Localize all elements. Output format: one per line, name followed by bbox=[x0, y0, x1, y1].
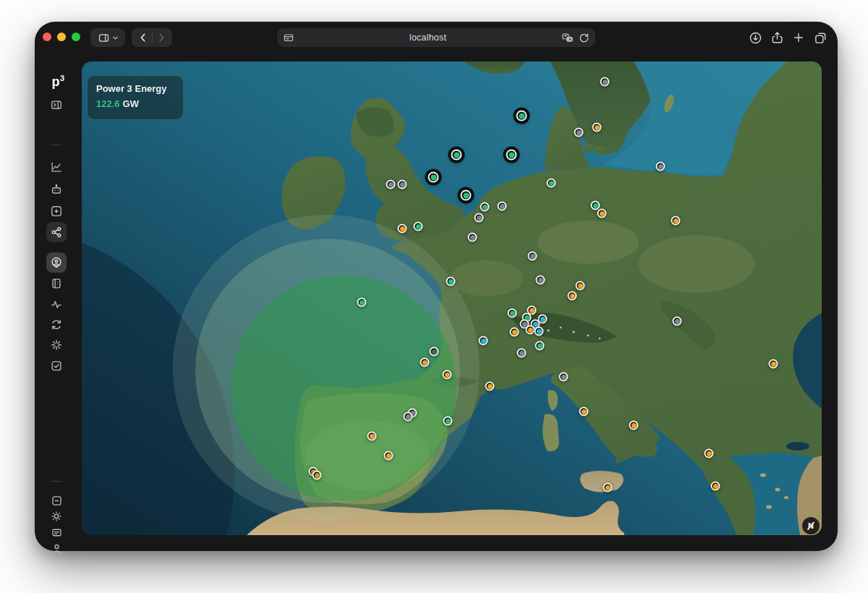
site-marker-green[interactable] bbox=[547, 179, 556, 188]
site-marker-dot bbox=[713, 484, 718, 489]
address-bar[interactable]: localhost bbox=[277, 28, 595, 47]
site-marker-dot bbox=[631, 423, 637, 428]
site-marker-dot bbox=[512, 330, 517, 335]
site-marker-dot bbox=[463, 192, 469, 198]
sidebar-item-account[interactable] bbox=[46, 538, 67, 558]
sidebar-item-notebook[interactable] bbox=[46, 273, 67, 294]
site-marker-gray[interactable] bbox=[517, 349, 527, 358]
site-marker-orange[interactable] bbox=[576, 281, 585, 291]
site-marker-green[interactable] bbox=[357, 298, 367, 307]
site-marker-dot bbox=[481, 338, 486, 344]
sidebar-item-automations[interactable] bbox=[46, 201, 67, 221]
tabs-overview-button[interactable] bbox=[812, 28, 829, 47]
sidebar-item-assistant[interactable] bbox=[46, 179, 67, 200]
reader-icon[interactable] bbox=[283, 32, 294, 43]
site-marker-cyan[interactable] bbox=[535, 327, 544, 336]
sidebar-toggle-button[interactable] bbox=[90, 28, 125, 47]
sidebar-item-refresh[interactable] bbox=[46, 315, 67, 335]
site-marker-orange[interactable] bbox=[485, 382, 495, 391]
site-marker-yellow[interactable] bbox=[312, 471, 322, 480]
site-marker-green[interactable] bbox=[446, 277, 456, 286]
site-marker-green[interactable] bbox=[461, 190, 472, 201]
line-chart-icon bbox=[50, 161, 63, 174]
site-marker-green[interactable] bbox=[516, 111, 527, 121]
site-marker-orange[interactable] bbox=[443, 370, 452, 380]
site-marker-gray[interactable] bbox=[600, 77, 610, 87]
site-marker-orange[interactable] bbox=[603, 483, 613, 492]
site-marker-green[interactable] bbox=[428, 172, 439, 183]
site-marker-orange[interactable] bbox=[769, 359, 778, 369]
site-marker-orange[interactable] bbox=[420, 358, 430, 367]
site-marker-dot bbox=[446, 419, 451, 424]
sidebar-item-solar[interactable] bbox=[46, 335, 67, 355]
close-window-button[interactable] bbox=[43, 33, 51, 41]
site-marker-orange[interactable] bbox=[629, 421, 639, 430]
capacity-unit: GW bbox=[123, 98, 139, 109]
site-marker-gray[interactable] bbox=[386, 180, 396, 189]
site-marker-orange[interactable] bbox=[671, 216, 681, 226]
site-marker-gray[interactable] bbox=[528, 252, 537, 261]
browser-titlebar: localhost bbox=[35, 22, 838, 54]
map-canvas[interactable]: Power 3 Energy 122.6GW N bbox=[82, 61, 822, 535]
site-marker-dot bbox=[537, 329, 542, 334]
site-marker-orange[interactable] bbox=[510, 328, 519, 337]
chevron-down-icon bbox=[112, 35, 119, 41]
site-marker-green[interactable] bbox=[414, 222, 423, 231]
sidebar-item-panel-toggle[interactable] bbox=[46, 95, 67, 115]
site-marker-green[interactable] bbox=[506, 150, 517, 161]
site-marker-dot bbox=[529, 308, 535, 313]
site-marker-orange[interactable] bbox=[526, 325, 535, 335]
site-marker-orange[interactable] bbox=[597, 209, 607, 218]
site-marker-orange[interactable] bbox=[592, 123, 602, 132]
translate-icon[interactable] bbox=[561, 33, 574, 43]
site-marker-orange[interactable] bbox=[384, 451, 393, 461]
site-marker-gray[interactable] bbox=[536, 276, 545, 285]
site-marker-green[interactable] bbox=[443, 417, 453, 426]
site-marker-gray[interactable] bbox=[574, 128, 584, 137]
site-marker-orange[interactable] bbox=[568, 291, 577, 301]
sidebar-item-network[interactable] bbox=[46, 222, 67, 242]
app-logo: p3 bbox=[35, 74, 82, 90]
site-marker-cyan[interactable] bbox=[479, 336, 488, 346]
site-marker-dot bbox=[482, 205, 488, 210]
site-marker-dot bbox=[315, 473, 320, 478]
reload-icon[interactable] bbox=[579, 33, 590, 43]
share-icon[interactable] bbox=[768, 28, 786, 47]
sidebar-item-tasks[interactable] bbox=[46, 356, 67, 376]
site-marker-gray[interactable] bbox=[498, 202, 507, 211]
download-button[interactable] bbox=[746, 28, 764, 47]
site-marker-orange[interactable] bbox=[705, 449, 714, 458]
site-marker-orange[interactable] bbox=[398, 224, 407, 234]
url-text[interactable]: localhost bbox=[294, 33, 561, 43]
brightness-icon bbox=[50, 510, 63, 523]
site-marker-dot bbox=[432, 349, 437, 354]
back-button[interactable] bbox=[137, 32, 149, 43]
sidebar-item-activity[interactable] bbox=[46, 294, 67, 315]
site-marker-gray[interactable] bbox=[468, 233, 477, 242]
site-marker-dot bbox=[675, 319, 680, 324]
compass-control[interactable]: N bbox=[802, 517, 820, 534]
site-marker-orange[interactable] bbox=[579, 407, 589, 417]
zoom-window-button[interactable] bbox=[72, 33, 80, 41]
site-marker-gray[interactable] bbox=[404, 412, 413, 422]
site-marker-gray[interactable] bbox=[398, 180, 407, 189]
site-marker-dot bbox=[388, 182, 393, 187]
new-tab-button[interactable] bbox=[790, 28, 807, 47]
site-marker-green[interactable] bbox=[451, 150, 462, 161]
app-sidebar: p3 bbox=[35, 54, 82, 551]
site-marker-gray[interactable] bbox=[656, 162, 665, 171]
site-marker-dark[interactable] bbox=[430, 347, 439, 357]
sidebar-item-sites-map[interactable] bbox=[46, 252, 67, 273]
forward-button[interactable] bbox=[156, 32, 167, 43]
site-marker-green[interactable] bbox=[535, 341, 545, 351]
site-marker-gray[interactable] bbox=[559, 372, 569, 382]
site-marker-orange[interactable] bbox=[367, 432, 377, 441]
site-marker-gray[interactable] bbox=[673, 317, 682, 326]
site-marker-green[interactable] bbox=[480, 202, 490, 212]
site-marker-orange[interactable] bbox=[711, 482, 720, 491]
minimize-window-button[interactable] bbox=[57, 33, 66, 41]
site-marker-dot bbox=[540, 317, 545, 322]
sidebar-item-analytics[interactable] bbox=[46, 157, 67, 177]
site-marker-gray[interactable] bbox=[475, 213, 484, 223]
site-marker-green[interactable] bbox=[508, 309, 517, 318]
